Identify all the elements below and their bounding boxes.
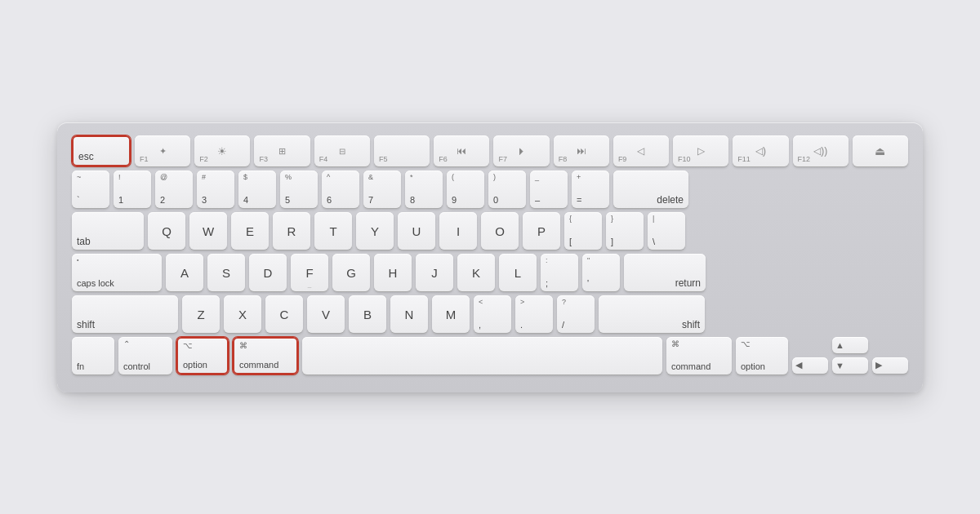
qwerty-row: tab Q W E R T Y U I O P	[72, 212, 908, 250]
b-key[interactable]: B	[349, 295, 386, 333]
shift-right-key[interactable]: shift	[599, 295, 705, 333]
caps-lock-key[interactable]: • caps lock	[72, 254, 162, 291]
tilde-key[interactable]: ~ `	[72, 171, 109, 208]
bottom-row: fn ⌃ control ⌥ option ⌘ command ⌘ comman…	[72, 337, 908, 374]
control-key[interactable]: ⌃ control	[118, 337, 172, 374]
fn-key[interactable]: fn	[72, 337, 114, 374]
o-key[interactable]: O	[481, 212, 519, 250]
y-key[interactable]: Y	[356, 212, 394, 250]
command-left-key[interactable]: ⌘ command	[233, 337, 298, 374]
6-key[interactable]: ^ 6	[322, 171, 359, 208]
arrow-right-key[interactable]: ▶	[872, 357, 908, 374]
arrow-down-key[interactable]: ▼	[832, 357, 868, 374]
m-key[interactable]: M	[432, 295, 470, 333]
number-row: ~ ` ! 1 @ 2 # 3 $ 4 % 5 ^ 6 & 7	[72, 171, 908, 208]
f8-key[interactable]: ⏭ F8	[554, 135, 609, 166]
eject-key[interactable]: ⏏	[853, 135, 908, 166]
option-left-key[interactable]: ⌥ option	[176, 337, 229, 374]
lbracket-key[interactable]: { [	[564, 212, 602, 250]
s-key[interactable]: S	[207, 254, 245, 291]
quote-key[interactable]: " '	[582, 254, 620, 291]
arrow-up-key[interactable]: ▲	[832, 337, 868, 353]
f3-key[interactable]: ⊞ F3	[254, 135, 310, 166]
i-key[interactable]: I	[439, 212, 477, 250]
tab-key[interactable]: tab	[72, 212, 144, 250]
f10-key[interactable]: ▷ F10	[673, 135, 728, 166]
f6-key[interactable]: ⏮ F6	[434, 135, 489, 166]
esc-key[interactable]: esc	[72, 135, 131, 166]
2-key[interactable]: @ 2	[155, 171, 193, 208]
f-key[interactable]: F _	[291, 254, 328, 291]
4-key[interactable]: $ 4	[238, 171, 276, 208]
e-key[interactable]: E	[231, 212, 269, 250]
fn-row: esc ✦ F1 ☀ F2 ⊞ F3 ⊟ F4 F5 ⏮ F6 ⏵ F7	[72, 135, 908, 166]
backslash-key[interactable]: | \	[648, 212, 685, 250]
command-right-key[interactable]: ⌘ command	[666, 337, 732, 374]
5-key[interactable]: % 5	[280, 171, 318, 208]
shift-left-key[interactable]: shift	[72, 295, 178, 333]
j-key[interactable]: J	[416, 254, 453, 291]
x-key[interactable]: X	[224, 295, 261, 333]
w-key[interactable]: W	[189, 212, 227, 250]
7-key[interactable]: & 7	[363, 171, 401, 208]
f12-key[interactable]: ◁)) F12	[793, 135, 849, 166]
slash-key[interactable]: ? /	[557, 295, 595, 333]
f1-key[interactable]: ✦ F1	[135, 135, 190, 166]
t-key[interactable]: T	[314, 212, 352, 250]
z-key[interactable]: Z	[182, 295, 220, 333]
d-key[interactable]: D	[249, 254, 287, 291]
rbracket-key[interactable]: } ]	[606, 212, 644, 250]
8-key[interactable]: * 8	[405, 171, 443, 208]
delete-key[interactable]: delete	[613, 171, 688, 208]
semicolon-key[interactable]: : ;	[541, 254, 578, 291]
n-key[interactable]: N	[390, 295, 428, 333]
f2-key[interactable]: ☀ F2	[194, 135, 250, 166]
arrow-cluster: ▲ ◀ ▼ ▶	[792, 337, 908, 374]
a-key[interactable]: A	[166, 254, 203, 291]
3-key[interactable]: # 3	[197, 171, 234, 208]
u-key[interactable]: U	[398, 212, 435, 250]
comma-key[interactable]: < ,	[474, 295, 511, 333]
return-key[interactable]: return	[624, 254, 706, 291]
f7-key[interactable]: ⏵ F7	[493, 135, 549, 166]
k-key[interactable]: K	[457, 254, 495, 291]
c-key[interactable]: C	[265, 295, 303, 333]
p-key[interactable]: P	[523, 212, 560, 250]
l-key[interactable]: L	[499, 254, 537, 291]
asdf-row: • caps lock A S D F _ G H J K L	[72, 254, 908, 291]
f4-key[interactable]: ⊟ F4	[314, 135, 370, 166]
h-key[interactable]: H	[374, 254, 412, 291]
equals-key[interactable]: + =	[572, 171, 609, 208]
f9-key[interactable]: ◁ F9	[613, 135, 669, 166]
period-key[interactable]: > .	[515, 295, 553, 333]
9-key[interactable]: ( 9	[447, 171, 484, 208]
f11-key[interactable]: ◁) F11	[733, 135, 788, 166]
f5-key[interactable]: F5	[374, 135, 430, 166]
1-key[interactable]: ! 1	[114, 171, 151, 208]
r-key[interactable]: R	[273, 212, 310, 250]
zxcv-row: shift Z X C V B N M < , > .	[72, 295, 908, 333]
option-right-key[interactable]: ⌥ option	[736, 337, 788, 374]
g-key[interactable]: G	[332, 254, 370, 291]
minus-key[interactable]: _ –	[530, 171, 568, 208]
arrow-left-key[interactable]: ◀	[792, 357, 828, 374]
q-key[interactable]: Q	[148, 212, 185, 250]
v-key[interactable]: V	[307, 295, 345, 333]
keyboard: esc ✦ F1 ☀ F2 ⊞ F3 ⊟ F4 F5 ⏮ F6 ⏵ F7	[57, 122, 923, 392]
0-key[interactable]: ) 0	[488, 171, 526, 208]
spacebar-key[interactable]	[302, 337, 662, 374]
